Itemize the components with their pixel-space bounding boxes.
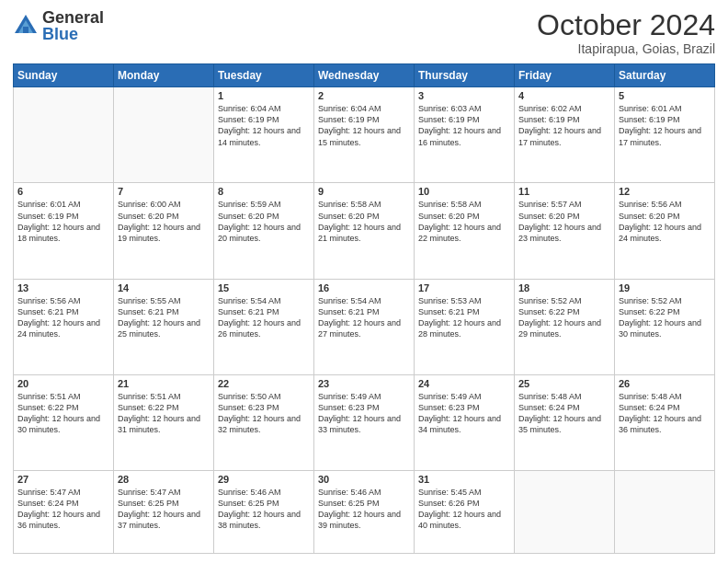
table-row: 11Sunrise: 5:57 AM Sunset: 6:20 PM Dayli… xyxy=(515,183,615,279)
col-friday: Friday xyxy=(515,64,615,87)
col-saturday: Saturday xyxy=(615,64,715,87)
logo: General Blue xyxy=(13,9,104,42)
day-number: 23 xyxy=(318,378,410,389)
day-number: 13 xyxy=(17,282,109,293)
day-number: 7 xyxy=(118,186,210,197)
day-number: 5 xyxy=(619,90,711,101)
logo-blue-text: Blue xyxy=(42,26,104,42)
table-row: 16Sunrise: 5:54 AM Sunset: 6:21 PM Dayli… xyxy=(314,279,415,374)
day-number: 27 xyxy=(17,474,109,485)
day-info: Sunrise: 5:48 AM Sunset: 6:24 PM Dayligh… xyxy=(518,391,610,436)
day-info: Sunrise: 6:04 AM Sunset: 6:19 PM Dayligh… xyxy=(318,103,410,148)
table-row: 27Sunrise: 5:47 AM Sunset: 6:24 PM Dayli… xyxy=(14,471,114,554)
day-info: Sunrise: 5:49 AM Sunset: 6:23 PM Dayligh… xyxy=(418,391,510,436)
table-row: 29Sunrise: 5:46 AM Sunset: 6:25 PM Dayli… xyxy=(214,471,314,554)
table-row xyxy=(515,471,615,554)
calendar-header: Sunday Monday Tuesday Wednesday Thursday… xyxy=(14,64,715,87)
day-number: 31 xyxy=(418,474,510,485)
header-row: Sunday Monday Tuesday Wednesday Thursday… xyxy=(14,64,715,87)
day-number: 3 xyxy=(418,90,510,101)
day-number: 28 xyxy=(118,474,210,485)
table-row: 24Sunrise: 5:49 AM Sunset: 6:23 PM Dayli… xyxy=(415,374,515,470)
day-info: Sunrise: 5:55 AM Sunset: 6:21 PM Dayligh… xyxy=(118,295,210,340)
table-row: 21Sunrise: 5:51 AM Sunset: 6:22 PM Dayli… xyxy=(114,374,214,470)
day-info: Sunrise: 6:04 AM Sunset: 6:19 PM Dayligh… xyxy=(218,103,310,148)
day-info: Sunrise: 5:49 AM Sunset: 6:23 PM Dayligh… xyxy=(318,391,410,436)
col-sunday: Sunday xyxy=(14,64,114,87)
table-row: 5Sunrise: 6:01 AM Sunset: 6:19 PM Daylig… xyxy=(615,87,715,183)
day-number: 24 xyxy=(418,378,510,389)
table-row: 14Sunrise: 5:55 AM Sunset: 6:21 PM Dayli… xyxy=(114,279,214,374)
day-info: Sunrise: 5:58 AM Sunset: 6:20 PM Dayligh… xyxy=(418,199,510,244)
day-info: Sunrise: 5:45 AM Sunset: 6:26 PM Dayligh… xyxy=(418,487,510,532)
day-number: 30 xyxy=(318,474,410,485)
table-row xyxy=(615,471,715,554)
day-info: Sunrise: 5:52 AM Sunset: 6:22 PM Dayligh… xyxy=(518,295,610,340)
table-row: 9Sunrise: 5:58 AM Sunset: 6:20 PM Daylig… xyxy=(314,183,415,279)
day-info: Sunrise: 5:51 AM Sunset: 6:22 PM Dayligh… xyxy=(17,391,109,436)
table-row: 23Sunrise: 5:49 AM Sunset: 6:23 PM Dayli… xyxy=(314,374,415,470)
day-number: 9 xyxy=(318,186,410,197)
day-info: Sunrise: 5:54 AM Sunset: 6:21 PM Dayligh… xyxy=(218,295,310,340)
day-number: 18 xyxy=(518,282,610,293)
col-monday: Monday xyxy=(114,64,214,87)
col-tuesday: Tuesday xyxy=(214,64,314,87)
day-number: 4 xyxy=(518,90,610,101)
day-number: 17 xyxy=(418,282,510,293)
day-number: 16 xyxy=(318,282,410,293)
page: General Blue October 2024 Itapirapua, Go… xyxy=(0,0,728,563)
day-number: 12 xyxy=(619,186,711,197)
table-row: 1Sunrise: 6:04 AM Sunset: 6:19 PM Daylig… xyxy=(214,87,314,183)
day-info: Sunrise: 6:00 AM Sunset: 6:20 PM Dayligh… xyxy=(118,199,210,244)
day-info: Sunrise: 5:58 AM Sunset: 6:20 PM Dayligh… xyxy=(318,199,410,244)
table-row: 17Sunrise: 5:53 AM Sunset: 6:21 PM Dayli… xyxy=(415,279,515,374)
logo-text: General Blue xyxy=(42,9,104,42)
table-row: 19Sunrise: 5:52 AM Sunset: 6:22 PM Dayli… xyxy=(615,279,715,374)
day-info: Sunrise: 5:50 AM Sunset: 6:23 PM Dayligh… xyxy=(218,391,310,436)
day-info: Sunrise: 6:01 AM Sunset: 6:19 PM Dayligh… xyxy=(17,199,109,244)
day-info: Sunrise: 5:54 AM Sunset: 6:21 PM Dayligh… xyxy=(318,295,410,340)
table-row: 4Sunrise: 6:02 AM Sunset: 6:19 PM Daylig… xyxy=(515,87,615,183)
header: General Blue October 2024 Itapirapua, Go… xyxy=(13,9,715,56)
logo-icon xyxy=(13,13,39,39)
day-info: Sunrise: 5:46 AM Sunset: 6:25 PM Dayligh… xyxy=(318,487,410,532)
day-number: 10 xyxy=(418,186,510,197)
day-info: Sunrise: 5:48 AM Sunset: 6:24 PM Dayligh… xyxy=(619,391,711,436)
col-thursday: Thursday xyxy=(415,64,515,87)
table-row: 7Sunrise: 6:00 AM Sunset: 6:20 PM Daylig… xyxy=(114,183,214,279)
table-row: 12Sunrise: 5:56 AM Sunset: 6:20 PM Dayli… xyxy=(615,183,715,279)
calendar-body: 1Sunrise: 6:04 AM Sunset: 6:19 PM Daylig… xyxy=(14,87,715,554)
day-info: Sunrise: 5:59 AM Sunset: 6:20 PM Dayligh… xyxy=(218,199,310,244)
table-row: 3Sunrise: 6:03 AM Sunset: 6:19 PM Daylig… xyxy=(415,87,515,183)
table-row: 6Sunrise: 6:01 AM Sunset: 6:19 PM Daylig… xyxy=(14,183,114,279)
table-row: 22Sunrise: 5:50 AM Sunset: 6:23 PM Dayli… xyxy=(214,374,314,470)
day-number: 6 xyxy=(17,186,109,197)
day-info: Sunrise: 5:56 AM Sunset: 6:20 PM Dayligh… xyxy=(619,199,711,244)
table-row xyxy=(14,87,114,183)
day-info: Sunrise: 5:46 AM Sunset: 6:25 PM Dayligh… xyxy=(218,487,310,532)
svg-rect-2 xyxy=(23,27,28,33)
location: Itapirapua, Goias, Brazil xyxy=(537,41,715,56)
month-title: October 2024 xyxy=(537,9,715,41)
table-row: 2Sunrise: 6:04 AM Sunset: 6:19 PM Daylig… xyxy=(314,87,415,183)
day-number: 8 xyxy=(218,186,310,197)
day-info: Sunrise: 6:01 AM Sunset: 6:19 PM Dayligh… xyxy=(619,103,711,148)
day-info: Sunrise: 5:52 AM Sunset: 6:22 PM Dayligh… xyxy=(619,295,711,340)
day-info: Sunrise: 5:47 AM Sunset: 6:24 PM Dayligh… xyxy=(17,487,109,532)
day-number: 21 xyxy=(118,378,210,389)
day-info: Sunrise: 5:51 AM Sunset: 6:22 PM Dayligh… xyxy=(118,391,210,436)
table-row: 8Sunrise: 5:59 AM Sunset: 6:20 PM Daylig… xyxy=(214,183,314,279)
day-info: Sunrise: 6:02 AM Sunset: 6:19 PM Dayligh… xyxy=(518,103,610,148)
day-number: 1 xyxy=(218,90,310,101)
table-row: 25Sunrise: 5:48 AM Sunset: 6:24 PM Dayli… xyxy=(515,374,615,470)
day-info: Sunrise: 5:56 AM Sunset: 6:21 PM Dayligh… xyxy=(17,295,109,340)
day-number: 2 xyxy=(318,90,410,101)
table-row: 20Sunrise: 5:51 AM Sunset: 6:22 PM Dayli… xyxy=(14,374,114,470)
day-number: 15 xyxy=(218,282,310,293)
day-number: 29 xyxy=(218,474,310,485)
table-row: 18Sunrise: 5:52 AM Sunset: 6:22 PM Dayli… xyxy=(515,279,615,374)
table-row: 28Sunrise: 5:47 AM Sunset: 6:25 PM Dayli… xyxy=(114,471,214,554)
day-number: 14 xyxy=(118,282,210,293)
day-number: 25 xyxy=(518,378,610,389)
table-row: 26Sunrise: 5:48 AM Sunset: 6:24 PM Dayli… xyxy=(615,374,715,470)
